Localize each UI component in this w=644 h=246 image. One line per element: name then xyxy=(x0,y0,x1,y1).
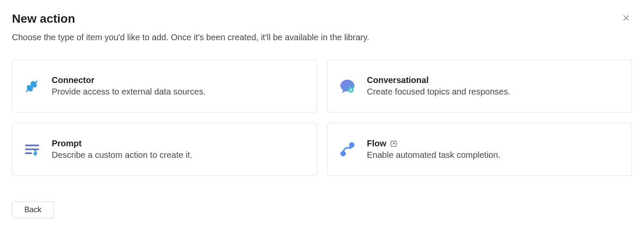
conversational-icon xyxy=(338,77,357,95)
close-button[interactable] xyxy=(620,12,632,24)
card-description: Provide access to external data sources. xyxy=(52,87,206,97)
dialog-footer: Back xyxy=(12,202,632,218)
close-icon xyxy=(622,14,630,22)
svg-point-7 xyxy=(350,89,351,90)
external-link-icon xyxy=(390,140,397,148)
card-title: Flow xyxy=(367,139,387,148)
svg-point-12 xyxy=(340,151,346,157)
connector-icon xyxy=(23,77,41,95)
card-title: Connector xyxy=(52,75,94,85)
card-title: Conversational xyxy=(367,75,429,85)
card-description: Enable automated task completion. xyxy=(367,150,500,160)
card-description: Describe a custom action to create it. xyxy=(52,150,192,160)
card-flow[interactable]: Flow Enable automated task completion. xyxy=(327,123,632,176)
page-title: New action xyxy=(12,12,75,26)
back-button[interactable]: Back xyxy=(12,202,54,218)
action-type-grid: Connector Provide access to external dat… xyxy=(12,59,632,176)
card-description: Create focused topics and responses. xyxy=(367,87,511,97)
svg-point-11 xyxy=(349,142,354,148)
page-subtitle: Choose the type of item you'd like to ad… xyxy=(12,33,632,42)
card-prompt[interactable]: Prompt Describe a custom action to creat… xyxy=(12,123,317,176)
prompt-icon xyxy=(23,140,41,159)
card-title: Prompt xyxy=(52,139,82,148)
card-connector[interactable]: Connector Provide access to external dat… xyxy=(12,59,317,113)
flow-icon xyxy=(338,140,357,159)
card-conversational[interactable]: Conversational Create focused topics and… xyxy=(327,59,632,113)
